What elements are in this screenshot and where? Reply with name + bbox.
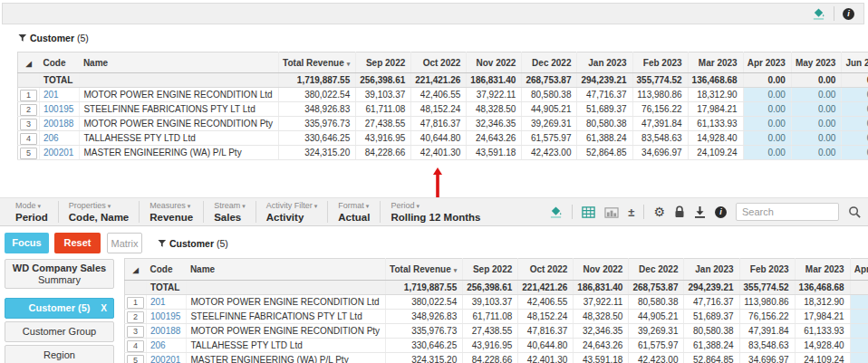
dropdown-value: Revenue: [149, 211, 193, 224]
column-header-dec-2022[interactable]: Dec 2022: [629, 259, 684, 281]
sidebar-item-label: Region: [43, 349, 75, 360]
value-cell: 42,423.00: [629, 353, 684, 363]
row-number[interactable]: 4: [20, 133, 37, 145]
row-number[interactable]: 5: [20, 148, 37, 159]
column-header-dec-2022[interactable]: Dec 2022: [522, 53, 577, 73]
focus-button[interactable]: Focus: [5, 233, 49, 253]
value-cell: 84,228.66: [356, 146, 411, 160]
dashboard-summary-card[interactable]: WD Company Sales Summary: [5, 259, 114, 289]
customer-name: MOTOR POWER ENGINE RECONDITION Pty: [187, 324, 386, 339]
value-cell: 48,328.50: [467, 102, 522, 117]
customer-code-link[interactable]: 200201: [147, 353, 187, 363]
table-view-icon[interactable]: [582, 205, 595, 219]
column-header-total-revenue[interactable]: Total Revenue▾: [386, 259, 463, 281]
row-number[interactable]: 5: [127, 355, 144, 363]
matrix-tab[interactable]: Matrix: [107, 233, 142, 253]
search-icon[interactable]: [848, 205, 862, 219]
column-header-feb-2023[interactable]: Feb 2023: [739, 259, 795, 281]
customer-code-link[interactable]: 200188: [40, 117, 80, 131]
customer-code-link[interactable]: 100195: [147, 310, 187, 324]
value-cell: 61,133.93: [795, 324, 850, 339]
value-cell: 47,391.84: [739, 324, 795, 339]
column-header-apr-2023[interactable]: Apr 2023: [850, 259, 868, 281]
column-header-nov-2022[interactable]: Nov 2022: [574, 259, 629, 281]
color-fill-icon[interactable]: [549, 205, 563, 219]
measures-dropdown[interactable]: Measures▾ Revenue: [140, 200, 203, 224]
customer-filter-label[interactable]: Customer (5): [158, 238, 228, 249]
customer-code-link[interactable]: 200201: [40, 146, 80, 160]
lock-icon[interactable]: [674, 205, 685, 218]
value-cell: 47,816.37: [411, 117, 467, 131]
row-number[interactable]: 2: [127, 311, 144, 323]
properties-dropdown[interactable]: Properties▾ Code, Name: [59, 200, 139, 224]
expand-all-icon[interactable]: ◢: [133, 266, 139, 274]
remove-filter-button[interactable]: X: [101, 299, 107, 318]
plus-minus-icon[interactable]: ±: [628, 206, 634, 218]
customer-code-link[interactable]: 206: [40, 131, 80, 146]
top-panel-toolbar: i: [2, 3, 864, 24]
row-number[interactable]: 3: [20, 119, 37, 130]
column-header-feb-2023[interactable]: Feb 2023: [632, 53, 688, 73]
dropdown-label: Format: [338, 201, 364, 210]
search-input[interactable]: [736, 203, 839, 221]
column-header-total-revenue[interactable]: Total Revenue▾: [279, 53, 356, 73]
column-header-mar-2023[interactable]: Mar 2023: [688, 53, 743, 73]
period-dropdown[interactable]: Period▾ Rolling 12 Months: [381, 200, 490, 224]
column-header-nov-2022[interactable]: Nov 2022: [467, 53, 522, 73]
column-header-code[interactable]: Code: [40, 53, 80, 73]
sales-table-bottom: ◢CodeNameTotal Revenue▾Sep 2022Oct 2022N…: [124, 258, 868, 363]
info-icon[interactable]: i: [715, 206, 727, 218]
column-header-name[interactable]: Name: [80, 53, 279, 73]
customer-code-link[interactable]: 200188: [147, 324, 187, 339]
expand-all-header[interactable]: ◢: [125, 259, 147, 281]
row-number[interactable]: 4: [127, 340, 144, 352]
column-header-mar-2023[interactable]: Mar 2023: [795, 259, 850, 281]
sidebar-item-region[interactable]: Region: [5, 345, 114, 363]
column-header-oct-2022[interactable]: Oct 2022: [411, 53, 467, 73]
color-fill-icon[interactable]: [812, 7, 825, 21]
column-header-code[interactable]: Code: [147, 259, 187, 281]
customer-name: MOTOR POWER ENGINE RECONDITION Pty: [80, 117, 279, 131]
column-header-jan-2023[interactable]: Jan 2023: [577, 53, 632, 73]
column-header-jun-2023[interactable]: Jun 2023: [842, 53, 868, 73]
settings-icon[interactable]: ⚙: [653, 205, 665, 218]
mode-dropdown[interactable]: Mode▾ Period: [5, 200, 58, 224]
reset-button[interactable]: Reset: [54, 233, 101, 253]
customer-code-link[interactable]: 206: [147, 339, 187, 353]
column-header-jan-2023[interactable]: Jan 2023: [684, 259, 739, 281]
row-number[interactable]: 1: [127, 297, 144, 309]
customer-code-link[interactable]: 201: [40, 88, 80, 102]
sidebar-item-customer-group[interactable]: Customer Group: [5, 321, 114, 342]
customer-filter-label[interactable]: Customer (5): [18, 33, 89, 43]
value-cell: 0.00: [743, 102, 791, 117]
column-header-sep-2022[interactable]: Sep 2022: [356, 53, 411, 73]
format-dropdown[interactable]: Format▾ Actual: [328, 200, 380, 224]
column-header-oct-2022[interactable]: Oct 2022: [518, 259, 574, 281]
chart-view-icon[interactable]: [604, 205, 619, 219]
total-row-corner: [18, 73, 40, 88]
value-cell: 0.00: [842, 102, 868, 117]
value-cell: 76,156.22: [739, 310, 795, 324]
download-icon[interactable]: [694, 205, 706, 218]
customer-code-link[interactable]: 201: [147, 295, 187, 310]
column-header-apr-2023[interactable]: Apr 2023: [743, 53, 791, 73]
expand-all-icon[interactable]: ◢: [26, 60, 32, 68]
sidebar-item-customer[interactable]: Customer (5) X: [5, 298, 114, 319]
stream-dropdown[interactable]: Stream▾ Sales: [204, 200, 256, 224]
sidebar-item-label: Customer Group: [23, 326, 96, 337]
column-header-may-2023[interactable]: May 2023: [791, 53, 841, 73]
value-cell: 330,646.25: [279, 131, 356, 146]
info-icon[interactable]: i: [843, 8, 854, 20]
value-cell: 335,976.73: [386, 324, 463, 339]
value-cell: 0.00: [791, 88, 841, 102]
activity-filter-dropdown[interactable]: Activity Filter▾ Activity: [256, 200, 328, 224]
customer-code-link[interactable]: 100195: [40, 102, 80, 117]
column-header-name[interactable]: Name: [187, 259, 386, 281]
column-header-sep-2022[interactable]: Sep 2022: [463, 259, 518, 281]
dropdown-label: Mode: [15, 201, 36, 210]
value-cell: 0.00: [842, 146, 868, 160]
row-number[interactable]: 1: [20, 90, 37, 101]
row-number[interactable]: 2: [20, 104, 37, 116]
row-number[interactable]: 3: [127, 326, 144, 338]
expand-all-header[interactable]: ◢: [18, 53, 40, 73]
